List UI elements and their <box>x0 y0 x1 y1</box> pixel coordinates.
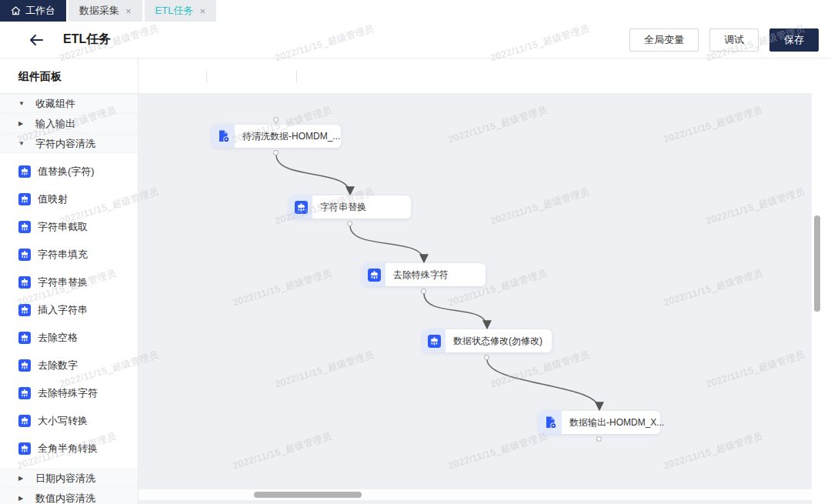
flow-node-数据输出-HOMDM_X...[interactable]: 数据输出-HOMDM_X... <box>539 411 660 434</box>
section-label: 日期内容清洗 <box>35 472 95 486</box>
item-label: 值映射 <box>38 192 68 206</box>
component-item-大小写转换[interactable]: 大小写转换 <box>0 407 138 435</box>
output-port[interactable] <box>347 221 352 226</box>
tab-label: 工作台 <box>25 4 55 18</box>
output-port[interactable] <box>484 355 489 360</box>
brush-icon <box>18 415 31 427</box>
brush-icon <box>18 387 31 399</box>
item-label: 字符串替换 <box>38 275 88 289</box>
brush-icon <box>18 359 31 372</box>
sidebar-section-数值内容清洗[interactable]: ▶数值内容清洗 <box>0 489 138 504</box>
toolbar-divider <box>206 70 207 82</box>
sidebar-section-收藏组件[interactable]: ▼收藏组件 <box>0 94 138 113</box>
brush-icon <box>18 249 31 261</box>
node-label: 字符串替换 <box>312 201 375 214</box>
flow-node-去除特殊字符[interactable]: 去除特殊字符 <box>362 263 486 286</box>
保存-button[interactable]: 保存 <box>769 28 819 52</box>
component-item-去除空格[interactable]: 去除空格 <box>0 324 138 352</box>
brush-icon <box>289 195 312 219</box>
page-header: ETL任务 全局变量调试保存 <box>0 22 831 58</box>
output-port[interactable] <box>273 150 279 155</box>
item-label: 全角半角转换 <box>38 442 98 456</box>
back-arrow-icon <box>29 35 43 45</box>
app-root: 工作台数据采集×ETL任务× ETL任务 全局变量调试保存 组件面板 ▼收藏组件… <box>0 0 831 504</box>
output-port[interactable] <box>421 289 426 294</box>
item-label: 值替换(字符) <box>38 165 95 179</box>
main-area: 组件面板 ▼收藏组件▶输入输出▼字符内容清洗值替换(字符)值映射字符串截取字符串… <box>0 58 831 504</box>
tab-ETL任务[interactable]: ETL任务× <box>145 0 216 22</box>
panel-title: 组件面板 <box>0 58 138 94</box>
brush-icon <box>18 359 31 372</box>
brush-icon <box>18 332 31 344</box>
data-file-icon <box>216 129 230 143</box>
flow-edge <box>276 155 350 194</box>
node-label: 待清洗数据-HOMDM_... <box>235 130 349 143</box>
component-item-插入字符串[interactable]: 插入字符串 <box>0 296 138 324</box>
sidebar-section-日期内容清洗[interactable]: ▶日期内容清洗 <box>0 469 138 488</box>
caret-right-icon: ▶ <box>18 120 26 127</box>
caret-right-icon: ▶ <box>18 475 26 482</box>
flow-canvas[interactable]: 待清洗数据-HOMDM_...字符串替换去除特殊字符数据状态修改(勿修改)数据输… <box>138 58 812 504</box>
page-title: ETL任务 <box>63 32 111 48</box>
component-item-值替换(字符)[interactable]: 值替换(字符) <box>0 158 138 185</box>
调试-button[interactable]: 调试 <box>709 28 759 52</box>
brush-icon <box>368 269 381 282</box>
component-item-字符串替换[interactable]: 字符串替换 <box>0 269 138 296</box>
brush-icon <box>18 221 31 233</box>
vertical-scrollbar-thumb[interactable] <box>814 215 820 312</box>
tab-数据采集[interactable]: 数据采集× <box>68 0 142 22</box>
section-label: 收藏组件 <box>35 97 75 111</box>
item-label: 字符串填充 <box>38 248 88 262</box>
flow-node-待清洗数据-HOMDM_...[interactable]: 待清洗数据-HOMDM_... <box>212 125 341 148</box>
brush-icon <box>18 442 31 455</box>
section-items: 值替换(字符)值映射字符串截取字符串填充字符串替换插入字符串去除空格去除数字去除… <box>0 154 138 469</box>
brush-icon <box>18 332 31 344</box>
horizontal-scrollbar-thumb[interactable] <box>254 492 362 498</box>
tab-label: 数据采集 <box>79 4 119 18</box>
tab-close-icon[interactable]: × <box>199 6 205 16</box>
section-label: 字符内容清洗 <box>35 137 95 151</box>
item-label: 字符串截取 <box>38 220 88 234</box>
caret-down-icon: ▼ <box>18 100 26 107</box>
component-panel: 组件面板 ▼收藏组件▶输入输出▼字符内容清洗值替换(字符)值映射字符串截取字符串… <box>0 58 138 504</box>
component-item-字符串填充[interactable]: 字符串填充 <box>0 241 138 269</box>
tab-close-icon[interactable]: × <box>125 6 132 16</box>
item-label: 去除空格 <box>38 331 78 345</box>
brush-icon <box>362 263 385 286</box>
sidebar-section-输入输出[interactable]: ▶输入输出 <box>0 114 138 133</box>
header-left: ETL任务 <box>29 32 111 48</box>
brush-icon <box>18 221 31 233</box>
brush-icon <box>18 415 31 427</box>
tab-bar: 工作台数据采集×ETL任务× <box>0 0 831 22</box>
sidebar-section-字符内容清洗[interactable]: ▼字符内容清洗 <box>0 134 138 153</box>
全局变量-button[interactable]: 全局变量 <box>629 28 699 52</box>
brush-icon <box>422 329 446 352</box>
flow-node-字符串替换[interactable]: 字符串替换 <box>289 195 411 219</box>
component-item-去除特殊字符[interactable]: 去除特殊字符 <box>0 379 138 407</box>
flow-node-数据状态修改(勿修改)[interactable]: 数据状态修改(勿修改) <box>422 329 552 352</box>
component-item-值映射[interactable]: 值映射 <box>0 185 138 213</box>
back-button[interactable] <box>29 35 43 45</box>
brush-icon <box>18 276 31 289</box>
brush-icon <box>18 276 31 289</box>
data-file-icon <box>212 125 235 148</box>
flow-edge <box>424 293 487 328</box>
home-icon <box>11 6 21 15</box>
node-label: 数据输出-HOMDM_X... <box>562 416 673 429</box>
tab-label: ETL任务 <box>155 4 194 18</box>
output-port[interactable] <box>596 436 602 442</box>
data-file-icon <box>539 411 562 434</box>
brush-icon <box>18 249 31 261</box>
input-port[interactable] <box>273 117 279 122</box>
component-item-去除数字[interactable]: 去除数字 <box>0 352 138 379</box>
item-label: 大小写转换 <box>38 414 88 428</box>
tab-工作台[interactable]: 工作台 <box>0 0 66 22</box>
brush-icon <box>295 201 308 214</box>
toolbar-divider <box>296 70 297 82</box>
item-label: 去除特殊字符 <box>38 386 98 400</box>
vertical-scrollbar[interactable] <box>812 58 831 504</box>
horizontal-scrollbar[interactable] <box>138 489 812 500</box>
brush-icon <box>18 442 31 455</box>
component-item-字符串截取[interactable]: 字符串截取 <box>0 213 138 241</box>
component-item-全角半角转换[interactable]: 全角半角转换 <box>0 435 138 462</box>
